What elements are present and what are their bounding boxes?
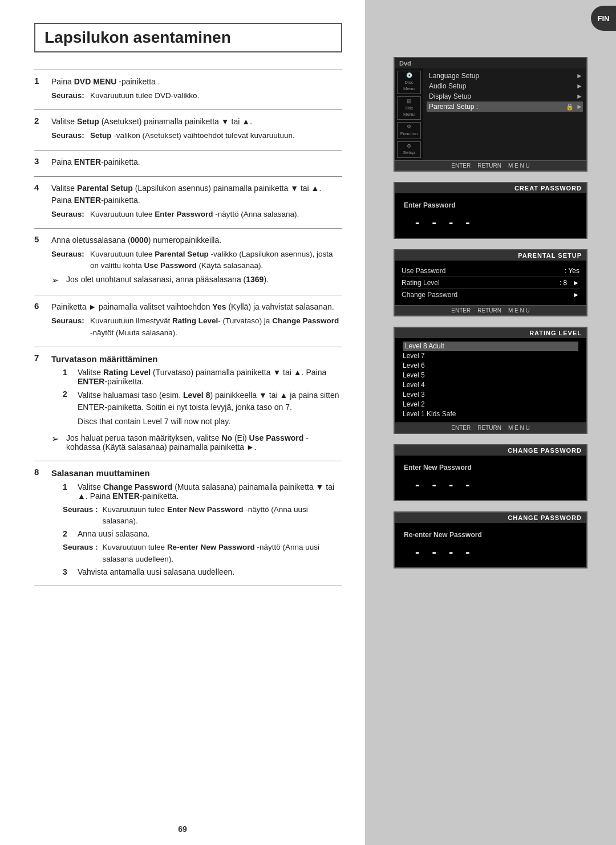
step-1: 1 Paina DVD MENU -painiketta . Seuraus: … [34,76,342,104]
seuraus-text: Kuvaruutuun tulee Enter Password -näyttö… [90,209,342,220]
return-btn: RETURN [477,425,501,431]
step-7-number: 7 [34,353,44,363]
parental-setup-label: Parental Setup : [427,103,566,111]
parental-bottom-bar: ENTER RETURN M E N U [395,305,586,315]
change-password-arrow: ► [573,291,579,299]
use-password-row: Use Password : Yes [402,265,579,277]
step-1-content: Paina DVD MENU -painiketta . Seuraus: Ku… [51,76,342,104]
step-6: 6 Painiketta ► painamalla valitset vaiht… [34,301,342,341]
menu-button-label: M E N U [508,162,530,169]
sub-step-8-3: 3 Vahvista antamalla uusi salasana uudel… [63,567,342,576]
return-btn: RETURN [477,307,501,314]
language-badge: FIN [591,6,616,31]
dvd-menu-screen: Dvd 💿Disc Menu ▤Title Menu ⚙Function ⚙Se… [394,57,587,172]
audio-setup-label: Audio Setup [427,82,576,90]
step-7-content: Turvatason määrittäminen 1 Valitse Ratin… [51,353,342,456]
sub-step-8-2: 2 Anna uusi salasana. [63,529,342,538]
audio-setup-arrow: ► [576,82,583,90]
menu-btn: M E N U [508,307,530,314]
arrow-note-7: ➢ Jos haluat perua tason määrityksen, va… [51,433,342,452]
step-8-number: 8 [34,467,44,477]
step-8-substep2: 2 Anna uusi salasana. [63,529,342,538]
dvd-bottom-bar: ENTER RETURN M E N U [395,160,586,170]
seuraus-text: Kuvaruutuun ilmestyvät Rating Level- (Tu… [90,315,342,339]
language-setup-arrow: ► [576,72,583,80]
dvd-screen-titlebar: Dvd [395,58,586,68]
step-8-substep3: 3 Vahvista antamalla uusi salasana uudel… [63,567,342,576]
enter-new-password-label: Enter New Password [404,464,472,472]
step-8-substeps: 1 Valitse Change Password (Muuta salasan… [63,482,342,501]
change-password-body-1: Enter New Password - - - - [395,456,586,500]
reenter-new-password-label: Re-enter New Password [404,531,482,539]
change-password-row: Change Password ► [402,289,579,300]
step-3-content: Paina ENTER-painiketta. [51,156,342,170]
function-icon: ⚙Function [397,122,421,139]
section-7-heading: Turvatason määrittäminen [51,353,342,366]
enter-button-label: ENTER [451,162,471,169]
step-8-content: Salasanan muuttaminen 1 Valitse Change P… [51,467,342,580]
seuraus-label: Seuraus: [51,249,86,272]
step-7-substeps: 1 Valitse Rating Level (Turvataso) paina… [63,368,342,430]
rating-level-val: : 8 ► [560,279,579,287]
rating-level-screen: RATING LEVEL Level 8 Adult Level 7 Level… [394,327,587,434]
step-7: 7 Turvatason määrittäminen 1 Valitse Rat… [34,353,342,456]
right-panel: FIN Dvd 💿Disc Menu ▤Title Menu ⚙Function… [365,0,616,845]
enter-password-label: Enter Password [404,201,456,209]
seuraus-label: Seuraus : [63,504,98,527]
dvd-menu-row-display: Display Setup ► [427,91,583,101]
seuraus-text-2: Kuvaruutuun tulee Re-enter New Password … [103,542,342,565]
seuraus-text: Kuvaruutuun tulee DVD-valikko. [90,90,342,101]
change-password-body-2: Re-enter New Password - - - - [395,523,586,567]
use-password-key: Use Password [402,267,445,275]
parental-setup-title: PARENTAL SETUP [395,250,586,261]
dvd-menu-row-audio: Audio Setup ► [427,81,583,91]
use-password-val: : Yes [565,267,579,275]
change-password-screen-2: CHANGE PASSWORD Re-enter New Password - … [394,511,587,568]
arrow-note: ➢ Jos olet unohtanut salasanasi, anna pä… [51,275,342,286]
seuraus-label: Seuraus: [51,315,86,339]
dvd-right-menu: Language Setup ► Audio Setup ► Display S… [423,68,586,160]
step-4-content: Valitse Parental Setup (Lapsilukon asenn… [51,182,342,222]
sub-step-7-2: 2 Valitse haluamasi taso (esim. Level 8)… [63,389,342,430]
rating-item-3: Level 3 [403,390,578,400]
new-password-dashes-1: - - - - [404,477,475,492]
rating-bottom-bar: ENTER RETURN M E N U [395,422,586,433]
seuraus-text: Kuvaruutuun tulee Enter New Password -nä… [103,504,342,527]
rating-item-7: Level 7 [403,351,578,361]
change-password-title-1: CHANGE PASSWORD [395,445,586,456]
dvd-menu-row-language: Language Setup ► [427,71,583,81]
rating-level-key: Rating Level [402,279,440,287]
page-title: Lapsilukon asentaminen [34,23,342,52]
dvd-left-icons: 💿Disc Menu ▤Title Menu ⚙Function ⚙Setup [395,68,423,160]
left-content: Lapsilukon asentaminen 1 Paina DVD MENU … [0,0,365,845]
display-setup-label: Display Setup [427,92,576,100]
step-2-content: Valitse Setup (Asetukset) painamalla pai… [51,116,342,144]
seuraus-label: Seuraus: [51,209,86,220]
password-dashes: - - - - [404,215,475,230]
rating-item-8: Level 8 Adult [403,342,578,351]
menu-btn: M E N U [508,425,530,431]
parental-setup-arrow: ► [576,103,583,111]
creat-password-body: Enter Password - - - - [395,193,586,238]
enter-btn: ENTER [451,307,471,314]
change-password-screen-1: CHANGE PASSWORD Enter New Password - - -… [394,444,587,501]
rating-item-1: Level 1 Kids Safe [403,409,578,419]
return-button-label: RETURN [477,162,501,169]
lock-icon: 🔒 [566,103,574,111]
page-number: 69 [178,824,187,834]
creat-password-title: CREAT PASSWORD [395,183,586,193]
creat-password-screen: CREAT PASSWORD Enter Password - - - - [394,182,587,239]
seuraus-text: Kuvaruutuun tulee Parental Setup -valikk… [90,249,342,272]
step-4: 4 Valitse Parental Setup (Lapsilukon ase… [34,182,342,222]
sub-step-8-1: 1 Valitse Change Password (Muuta salasan… [63,482,342,501]
rating-item-5: Level 5 [403,371,578,380]
rating-level-body: Level 8 Adult Level 7 Level 6 Level 5 Le… [395,338,586,422]
new-password-dashes-2: - - - - [404,545,475,559]
title-menu-icon: ▤Title Menu [397,96,421,120]
step-3: 3 Paina ENTER-painiketta. [34,156,342,170]
rating-level-title: RATING LEVEL [395,328,586,338]
seuraus-label: Seuraus: [51,130,86,141]
change-password-title-2: CHANGE PASSWORD [395,513,586,523]
disc-menu-icon: 💿Disc Menu [397,71,421,94]
seuraus-text: Setup -valikon (Asetukset) vaihtoehdot t… [90,130,342,141]
